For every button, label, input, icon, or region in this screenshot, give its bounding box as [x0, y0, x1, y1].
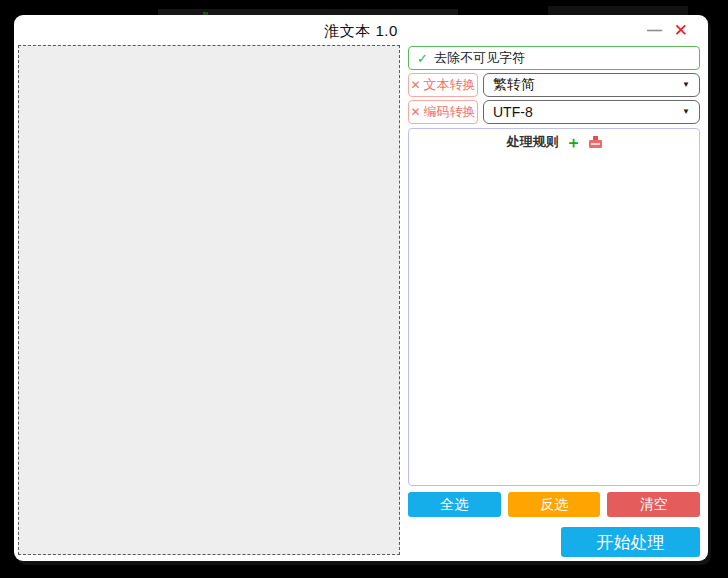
minimize-button[interactable]: — — [647, 17, 662, 43]
rules-list[interactable]: 处理规则 ＋ — [408, 128, 700, 486]
selection-buttons: 全选 反选 清空 — [408, 492, 700, 517]
text-convert-select[interactable]: 繁转简 ▼ — [483, 73, 700, 97]
title-bar: 淮文本 1.0 — ✕ — [14, 15, 708, 45]
encoding-convert-label: 编码转换 — [424, 103, 476, 121]
text-convert-value: 繁转简 — [493, 76, 535, 94]
file-drop-zone[interactable] — [18, 45, 400, 555]
text-convert-label: 文本转换 — [424, 76, 476, 94]
eraser-handle — [593, 136, 598, 140]
text-convert-row: ✕ 文本转换 繁转简 ▼ — [408, 73, 700, 97]
check-icon: ✓ — [417, 51, 428, 66]
x-icon: ✕ — [410, 78, 420, 92]
encoding-convert-select[interactable]: UTF-8 ▼ — [483, 100, 700, 124]
rules-title: 处理规则 — [507, 133, 559, 151]
eraser-icon[interactable] — [589, 136, 602, 149]
x-icon: ✕ — [410, 105, 420, 119]
remove-invisible-option[interactable]: ✓ 去除不可见字符 — [408, 46, 700, 70]
app-window: 淮文本 1.0 — ✕ ✓ 去除不可见字符 ✕ 文本转换 繁转简 ▼ ✕ 编码转… — [14, 15, 708, 561]
chevron-down-icon: ▼ — [682, 107, 690, 116]
invert-selection-button[interactable]: 反选 — [508, 492, 601, 517]
rules-header: 处理规则 ＋ — [409, 133, 699, 151]
text-convert-toggle[interactable]: ✕ 文本转换 — [408, 73, 478, 97]
start-processing-button[interactable]: 开始处理 — [561, 527, 700, 557]
remove-invisible-label: 去除不可见字符 — [434, 49, 525, 67]
window-title: 淮文本 1.0 — [14, 15, 708, 46]
encoding-convert-value: UTF-8 — [493, 104, 533, 120]
clear-button[interactable]: 清空 — [607, 492, 700, 517]
encoding-convert-row: ✕ 编码转换 UTF-8 ▼ — [408, 100, 700, 124]
start-row: 开始处理 — [561, 527, 700, 557]
chevron-down-icon: ▼ — [682, 80, 690, 89]
encoding-convert-toggle[interactable]: ✕ 编码转换 — [408, 100, 478, 124]
select-all-button[interactable]: 全选 — [408, 492, 501, 517]
eraser-stripe — [591, 143, 600, 145]
close-button[interactable]: ✕ — [674, 19, 688, 43]
options-panel: ✓ 去除不可见字符 ✕ 文本转换 繁转简 ▼ ✕ 编码转换 UTF-8 ▼ — [408, 46, 700, 556]
add-rule-icon[interactable]: ＋ — [566, 136, 582, 149]
